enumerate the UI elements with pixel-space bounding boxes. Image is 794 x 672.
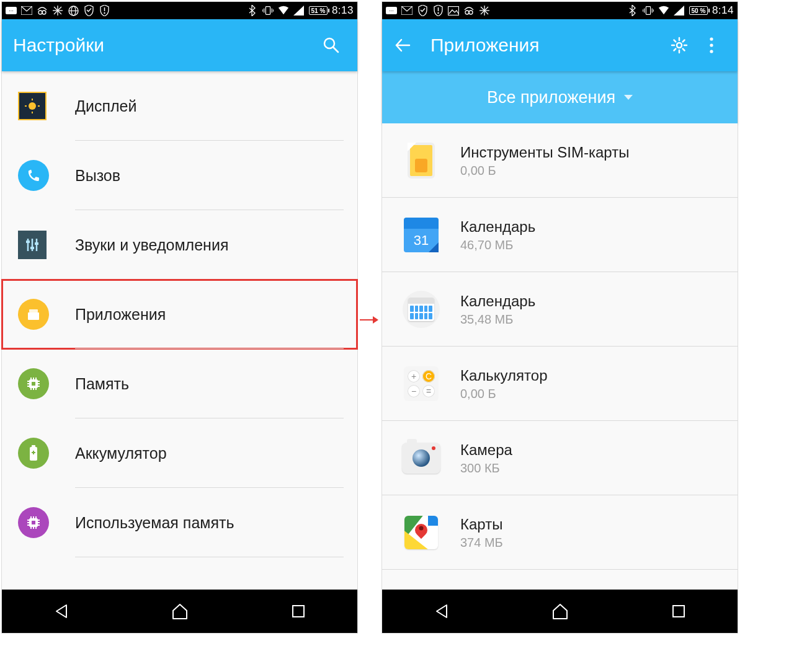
battery-indicator: 51 %	[309, 6, 328, 15]
svg-point-94	[710, 37, 713, 40]
calculator-icon: +C−=	[404, 366, 439, 401]
svg-line-92	[683, 40, 685, 42]
chevron-down-icon	[624, 95, 633, 100]
svg-rect-97	[673, 606, 684, 617]
app-name: Карты	[460, 516, 503, 533]
settings-item-apps[interactable]: Приложения	[2, 280, 357, 349]
app-size: 46,70 МБ	[460, 238, 535, 252]
vibrate-icon	[262, 5, 274, 16]
gmail-icon	[401, 5, 413, 16]
nav-home-button[interactable]	[152, 596, 208, 627]
svg-rect-49	[32, 445, 35, 448]
page-title: Приложения	[430, 35, 662, 56]
bluetooth-icon	[627, 5, 638, 16]
app-item-calendar2[interactable]: Календарь 35,48 МБ	[382, 272, 738, 347]
settings-item-sounds[interactable]: Звуки и уведомления	[2, 210, 357, 280]
triangle-back-icon	[53, 603, 70, 620]
svg-point-71	[437, 12, 439, 14]
settings-item-memory[interactable]: Память	[2, 349, 357, 418]
app-item-gcal[interactable]: 31 Календарь 46,70 МБ	[382, 198, 738, 272]
flow-arrow	[360, 316, 378, 324]
svg-point-95	[710, 43, 713, 46]
settings-item-battery[interactable]: Аккумулятор	[2, 418, 357, 488]
app-item-maps[interactable]: Карты 374 МБ	[382, 495, 738, 570]
svg-point-13	[104, 12, 105, 14]
vibrate-icon	[643, 5, 654, 16]
svg-text:···: ···	[9, 7, 14, 14]
phone-settings: ···	[1, 1, 358, 634]
wifi-icon	[278, 5, 289, 16]
battery-text: 51 %	[311, 7, 326, 14]
navigation-bar	[2, 590, 357, 633]
nav-recent-button[interactable]	[270, 596, 326, 627]
wifi-icon	[658, 5, 669, 16]
filter-dropdown[interactable]: Все приложения	[382, 71, 738, 123]
svg-point-3	[38, 11, 42, 14]
square-recent-icon	[671, 604, 686, 619]
apps-list: Инструменты SIM-карты 0,00 Б 31 Календар…	[382, 123, 738, 570]
app-name: Календарь	[460, 218, 535, 236]
settings-list: Дисплей Вызов Звуки и уведомления Прилож…	[2, 71, 357, 557]
svg-line-20	[333, 47, 338, 52]
battery-text: 50 %	[692, 7, 706, 14]
svg-line-90	[674, 40, 676, 42]
app-name: Календарь	[460, 293, 535, 310]
clock: 8:14	[712, 4, 734, 17]
settings-button[interactable]	[664, 30, 694, 60]
svg-rect-66	[293, 606, 304, 617]
settings-item-label: Память	[75, 375, 129, 393]
svg-rect-47	[32, 382, 35, 386]
google-calendar-icon: 31	[404, 218, 439, 252]
nav-back-button[interactable]	[33, 596, 89, 627]
sliders-icon	[18, 231, 47, 259]
settings-item-usedmemory[interactable]: Используемая память	[2, 488, 357, 557]
svg-point-21	[29, 102, 36, 110]
phone-apps: ··· 50 % 8:14 Приложения Все п	[381, 1, 738, 634]
filter-label: Все приложения	[487, 88, 615, 107]
page-title: Настройки	[13, 35, 314, 56]
settings-item-label: Аккумулятор	[75, 444, 167, 462]
status-bar: ··· 50 % 8:14	[382, 2, 738, 19]
app-size: 35,48 МБ	[460, 312, 535, 327]
app-size: 374 МБ	[460, 536, 503, 550]
svg-rect-65	[32, 521, 35, 524]
memory-icon	[18, 368, 49, 399]
back-button[interactable]	[393, 36, 421, 55]
navigation-bar	[382, 590, 738, 633]
settings-item-label: Вызов	[75, 167, 120, 185]
app-item-camera[interactable]: Камера 300 КБ	[382, 421, 738, 495]
nav-recent-button[interactable]	[651, 596, 707, 627]
search-icon	[322, 36, 341, 55]
status-bar: ···	[2, 2, 357, 19]
settings-item-call[interactable]: Вызов	[2, 141, 357, 210]
settings-item-label: Используемая память	[75, 514, 234, 532]
signal-icon	[293, 5, 305, 16]
svg-rect-33	[29, 309, 38, 312]
battery-icon	[18, 438, 49, 469]
svg-rect-32	[28, 312, 39, 320]
settings-item-display[interactable]: Дисплей	[2, 71, 357, 141]
svg-line-93	[674, 49, 676, 51]
app-name: Калькулятор	[460, 367, 548, 384]
nav-home-button[interactable]	[532, 596, 588, 627]
overflow-button[interactable]	[697, 30, 726, 60]
app-size: 0,00 Б	[460, 387, 548, 401]
svg-point-74	[469, 11, 473, 14]
app-item-sim[interactable]: Инструменты SIM-карты 0,00 Б	[382, 123, 738, 198]
settings-item-label: Звуки и уведомления	[75, 236, 228, 254]
usedmemory-icon	[18, 507, 49, 538]
gmail-icon	[21, 5, 32, 16]
app-bar-settings: Настройки	[2, 19, 357, 71]
svg-line-91	[683, 49, 685, 51]
search-button[interactable]	[316, 30, 346, 60]
app-item-calculator[interactable]: +C−= Калькулятор 0,00 Б	[382, 347, 738, 421]
camera-icon	[402, 443, 440, 474]
app-size: 0,00 Б	[460, 164, 629, 178]
shield-alert-icon	[432, 5, 444, 16]
settings-item-label: Дисплей	[75, 97, 136, 115]
home-icon	[171, 603, 189, 620]
svg-point-4	[42, 11, 46, 14]
nav-back-button[interactable]	[414, 596, 470, 627]
maps-icon	[404, 516, 438, 549]
home-icon	[551, 603, 569, 620]
